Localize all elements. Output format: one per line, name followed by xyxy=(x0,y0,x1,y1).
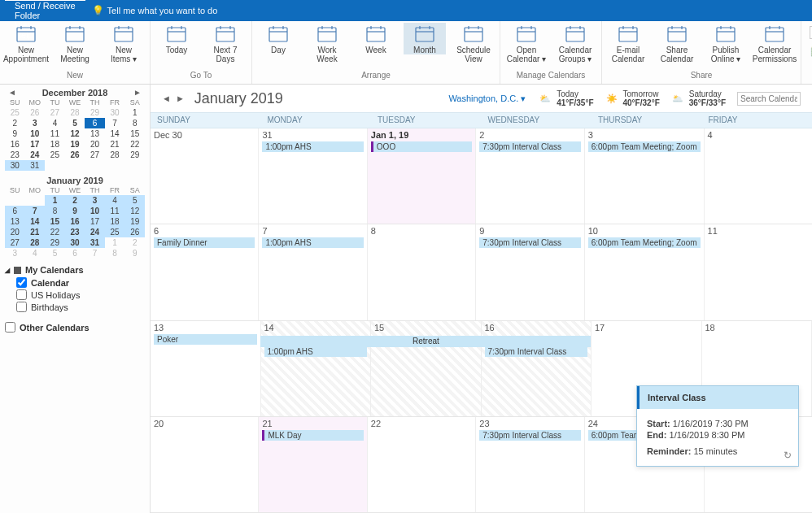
mini-cal-day[interactable]: 29 xyxy=(45,237,65,248)
day-cell[interactable]: 237:30pm Interval Class xyxy=(476,417,584,512)
mini-cal-day[interactable]: 27 xyxy=(45,107,65,118)
mini-cal-day[interactable]: 8 xyxy=(124,118,145,128)
calendar-groups[interactable]: CalendarGroups ▾ xyxy=(554,23,596,63)
other-calendars-checkbox[interactable] xyxy=(5,322,15,333)
next-month-btn[interactable]: ► xyxy=(176,93,185,103)
mini-cal-day[interactable] xyxy=(5,195,25,206)
day-cell[interactable]: 106:00pm Team Meeting; Zoom xyxy=(585,224,705,320)
calendar-event[interactable]: 1:00pm AHS xyxy=(262,237,363,248)
mini-cal-day[interactable]: 25 xyxy=(105,227,125,237)
other-calendars-group[interactable]: Other Calendars xyxy=(5,322,145,333)
mini-cal-day[interactable]: 27 xyxy=(85,150,105,160)
mini-cal-day[interactable]: 19 xyxy=(65,139,85,150)
mini-cal-day[interactable]: 22 xyxy=(124,139,145,150)
prev-month-icon[interactable]: ◄ xyxy=(8,88,16,97)
next-month-icon[interactable]: ► xyxy=(133,88,142,97)
day-cell[interactable]: Dec 30 xyxy=(151,128,259,224)
calendar-item[interactable]: US Holidays xyxy=(16,289,145,300)
calendar-checkbox[interactable] xyxy=(16,289,27,300)
mini-cal-day[interactable]: 13 xyxy=(85,128,105,139)
mini-cal-day[interactable]: 16 xyxy=(5,139,25,150)
mini-cal-day[interactable] xyxy=(45,160,65,171)
mini-cal-day[interactable]: 25 xyxy=(45,150,65,160)
mini-cal-day[interactable]: 25 xyxy=(5,107,25,118)
mini-cal-day[interactable]: 9 xyxy=(65,206,85,216)
new-appointment[interactable]: NewAppointment xyxy=(5,23,47,63)
mini-cal-day[interactable]: 9 xyxy=(124,248,145,259)
mini-cal-day[interactable]: 7 xyxy=(25,206,46,216)
weather-day[interactable]: 🌥️Saturday36°F/33°F xyxy=(670,89,726,107)
mini-cal-day[interactable] xyxy=(105,160,125,171)
day-cell[interactable]: Jan 1, 19OOO xyxy=(368,128,476,224)
mini-cal-day[interactable]: 16 xyxy=(65,216,85,227)
mini-cal-day[interactable]: 5 xyxy=(45,248,65,259)
day-cell[interactable]: 97:30pm Interval Class xyxy=(476,224,584,320)
mini-cal-day[interactable]: 14 xyxy=(105,128,125,139)
mini-cal-day[interactable]: 10 xyxy=(85,206,105,216)
calendar-event[interactable]: 1:00pm AHS xyxy=(262,141,363,152)
today-btn[interactable]: Today xyxy=(155,23,198,54)
mini-cal-day[interactable]: 14 xyxy=(25,216,46,227)
mini-cal-day[interactable]: 12 xyxy=(124,206,145,216)
day-cell[interactable]: 13Poker xyxy=(151,321,261,416)
day-cell[interactable]: 27:30pm Interval Class xyxy=(476,128,584,224)
mini-cal-day[interactable]: 26 xyxy=(25,107,46,118)
mini-cal-day[interactable]: 3 xyxy=(85,195,105,206)
multiday-event-retreat[interactable]: Retreat xyxy=(260,336,591,347)
calendar-event[interactable]: 1:00pm AHS xyxy=(264,346,368,357)
mini-cal-day[interactable]: 4 xyxy=(45,118,65,128)
mini-cal-day[interactable]: 6 xyxy=(65,248,85,259)
mini-cal-day[interactable] xyxy=(25,195,46,206)
day-cell[interactable]: 22 xyxy=(368,417,476,512)
mini-cal-day[interactable]: 5 xyxy=(124,195,145,206)
day-cell[interactable]: 21MLK Day xyxy=(259,417,367,512)
mini-cal-day[interactable]: 29 xyxy=(85,107,105,118)
prev-month-btn[interactable]: ◄ xyxy=(162,93,171,103)
mini-cal-day[interactable]: 23 xyxy=(65,227,85,237)
new-meeting[interactable]: NewMeeting xyxy=(54,23,96,63)
my-calendars-group[interactable]: ◢ My Calendars xyxy=(5,265,145,275)
mini-cal-day[interactable]: 11 xyxy=(45,128,65,139)
calendar-item[interactable]: Birthdays xyxy=(16,302,145,312)
day-cell[interactable]: 311:00pm AHS xyxy=(259,128,367,224)
mini-cal-day[interactable]: 21 xyxy=(105,139,125,150)
mini-cal-day[interactable]: 18 xyxy=(105,216,125,227)
mini-cal-day[interactable]: 20 xyxy=(85,139,105,150)
work-week-view[interactable]: WorkWeek xyxy=(306,23,348,63)
mini-cal-day[interactable]: 6 xyxy=(85,118,105,128)
calendar-event[interactable]: 7:30pm Interval Class xyxy=(479,430,580,441)
mini-cal-day[interactable]: 23 xyxy=(5,150,25,160)
mini-cal-day[interactable]: 12 xyxy=(65,128,85,139)
mini-cal-day[interactable]: 26 xyxy=(124,227,145,237)
calendar-checkbox[interactable] xyxy=(16,277,27,288)
new-items[interactable]: NewItems ▾ xyxy=(103,23,145,63)
publish-online[interactable]: PublishOnline ▾ xyxy=(705,23,747,63)
mini-cal-day[interactable] xyxy=(65,160,85,171)
mini-cal-day[interactable]: 1 xyxy=(124,107,145,118)
mini-cal-day[interactable]: 1 xyxy=(45,195,65,206)
day-cell[interactable]: 11 xyxy=(705,224,812,320)
weather-day[interactable]: ☀️Tomorrow40°F/32°F xyxy=(604,89,660,107)
search-calendar-input[interactable] xyxy=(737,92,801,106)
calendar-permissions[interactable]: CalendarPermissions xyxy=(753,23,796,63)
mini-cal-day[interactable]: 1 xyxy=(105,237,125,248)
calendar-checkbox[interactable] xyxy=(16,302,27,312)
mini-cal-day[interactable]: 4 xyxy=(25,248,46,259)
calendar-event[interactable]: OOO xyxy=(371,141,472,152)
calendar-event[interactable]: Poker xyxy=(154,334,257,345)
mini-cal-day[interactable]: 30 xyxy=(65,237,85,248)
day-cell[interactable]: 20 xyxy=(151,417,259,512)
calendar-item[interactable]: Calendar xyxy=(16,277,145,288)
mini-cal-day[interactable]: 5 xyxy=(65,118,85,128)
mini-cal-day[interactable]: 2 xyxy=(5,118,25,128)
mini-cal-day[interactable]: 26 xyxy=(65,150,85,160)
schedule-view[interactable]: ScheduleView xyxy=(452,23,495,63)
day-cell[interactable]: 36:00pm Team Meeting; Zoom xyxy=(585,128,705,224)
mini-cal-day[interactable]: 29 xyxy=(124,150,145,160)
mini-cal-day[interactable]: 28 xyxy=(65,107,85,118)
mini-cal-day[interactable]: 27 xyxy=(5,237,25,248)
mini-cal-day[interactable]: 2 xyxy=(65,195,85,206)
mini-cal-day[interactable]: 4 xyxy=(105,195,125,206)
mini-cal-day[interactable]: 2 xyxy=(124,237,145,248)
mini-cal-day[interactable]: 28 xyxy=(105,150,125,160)
